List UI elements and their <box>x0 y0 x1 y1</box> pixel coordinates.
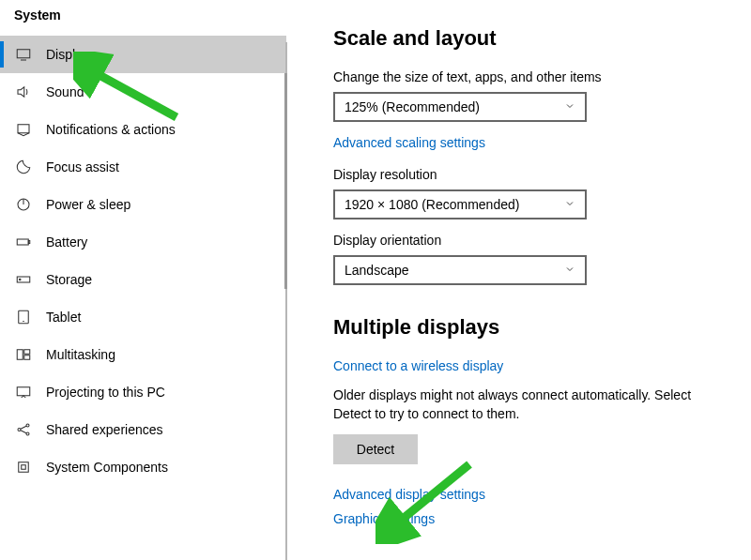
sidebar-title: System <box>0 0 286 36</box>
sidebar-item-label: Multitasking <box>46 347 115 362</box>
sidebar-item-power-sleep[interactable]: Power & sleep <box>0 186 286 223</box>
sidebar-item-label: Focus assist <box>46 159 119 174</box>
scale-dropdown[interactable]: 125% (Recommended) <box>333 92 587 122</box>
sidebar-item-label: Notifications & actions <box>46 122 176 137</box>
resolution-label: Display resolution <box>333 167 723 182</box>
svg-line-18 <box>21 426 26 429</box>
svg-rect-21 <box>22 465 26 470</box>
svg-point-17 <box>26 432 29 435</box>
system-comp-icon <box>14 458 33 477</box>
svg-rect-2 <box>18 125 29 133</box>
svg-rect-5 <box>17 239 28 245</box>
sidebar: System Display Sound Notifications & act… <box>0 0 286 560</box>
connect-wireless-link[interactable]: Connect to a wireless display <box>333 358 503 373</box>
sidebar-item-label: Display <box>46 47 89 62</box>
sidebar-scrollbar-thumb[interactable] <box>284 73 287 289</box>
sidebar-item-multitasking[interactable]: Multitasking <box>0 336 286 373</box>
scale-layout-heading: Scale and layout <box>333 26 723 51</box>
orientation-dropdown[interactable]: Landscape <box>333 255 587 285</box>
focus-assist-icon <box>14 158 33 176</box>
sidebar-scrollbar-track <box>285 42 287 560</box>
sidebar-item-label: Tablet <box>46 310 81 325</box>
chevron-down-icon <box>564 263 575 278</box>
scale-label: Change the size of text, apps, and other… <box>333 69 723 84</box>
svg-rect-6 <box>28 241 30 244</box>
chevron-down-icon <box>564 99 575 114</box>
multitasking-icon <box>14 345 33 364</box>
scale-dropdown-value: 125% (Recommended) <box>345 99 480 114</box>
shared-exp-icon <box>14 420 33 439</box>
storage-icon <box>14 270 33 289</box>
sidebar-item-label: Storage <box>46 272 92 287</box>
sidebar-item-focus-assist[interactable]: Focus assist <box>0 148 286 186</box>
svg-rect-0 <box>17 50 30 58</box>
svg-point-16 <box>26 424 29 427</box>
multiple-displays-heading: Multiple displays <box>333 315 723 340</box>
sidebar-item-shared-experiences[interactable]: Shared experiences <box>0 411 286 448</box>
sidebar-item-label: Sound <box>46 84 84 99</box>
power-sleep-icon <box>14 195 33 214</box>
resolution-dropdown-value: 1920 × 1080 (Recommended) <box>345 197 519 212</box>
svg-rect-12 <box>24 350 30 355</box>
svg-point-8 <box>20 279 22 280</box>
sidebar-item-projecting[interactable]: Projecting to this PC <box>0 373 286 411</box>
svg-rect-13 <box>24 356 30 360</box>
sidebar-item-label: Shared experiences <box>46 422 163 437</box>
graphics-settings-link[interactable]: Graphics settings <box>333 511 435 526</box>
main-content: Scale and layout Change the size of text… <box>286 0 751 560</box>
battery-icon <box>14 233 33 251</box>
display-icon <box>14 45 33 64</box>
svg-rect-14 <box>17 387 30 396</box>
notifications-icon <box>14 120 33 139</box>
svg-rect-11 <box>17 350 23 360</box>
svg-rect-20 <box>19 462 29 473</box>
sidebar-item-tablet[interactable]: Tablet <box>0 298 286 336</box>
orientation-dropdown-value: Landscape <box>345 263 409 278</box>
resolution-dropdown[interactable]: 1920 × 1080 (Recommended) <box>333 189 587 219</box>
advanced-scaling-link[interactable]: Advanced scaling settings <box>333 135 485 150</box>
sidebar-item-storage[interactable]: Storage <box>0 261 286 298</box>
svg-point-15 <box>18 429 21 431</box>
chevron-down-icon <box>564 197 575 212</box>
older-displays-text: Older displays might not always connect … <box>333 386 709 423</box>
sidebar-item-display[interactable]: Display <box>0 36 286 73</box>
projecting-icon <box>14 383 33 401</box>
sidebar-item-system-components[interactable]: System Components <box>0 448 286 486</box>
tablet-icon <box>14 308 33 326</box>
sidebar-item-label: Battery <box>46 235 87 250</box>
sidebar-item-label: System Components <box>46 460 168 475</box>
sidebar-item-label: Projecting to this PC <box>46 385 165 400</box>
advanced-display-link[interactable]: Advanced display settings <box>333 487 485 502</box>
sidebar-item-label: Power & sleep <box>46 197 130 212</box>
detect-button[interactable]: Detect <box>333 434 418 464</box>
sidebar-item-notifications[interactable]: Notifications & actions <box>0 111 286 148</box>
sound-icon <box>14 83 33 101</box>
orientation-label: Display orientation <box>333 233 723 248</box>
svg-line-19 <box>21 431 26 433</box>
sidebar-item-sound[interactable]: Sound <box>0 73 286 111</box>
sidebar-item-battery[interactable]: Battery <box>0 223 286 261</box>
